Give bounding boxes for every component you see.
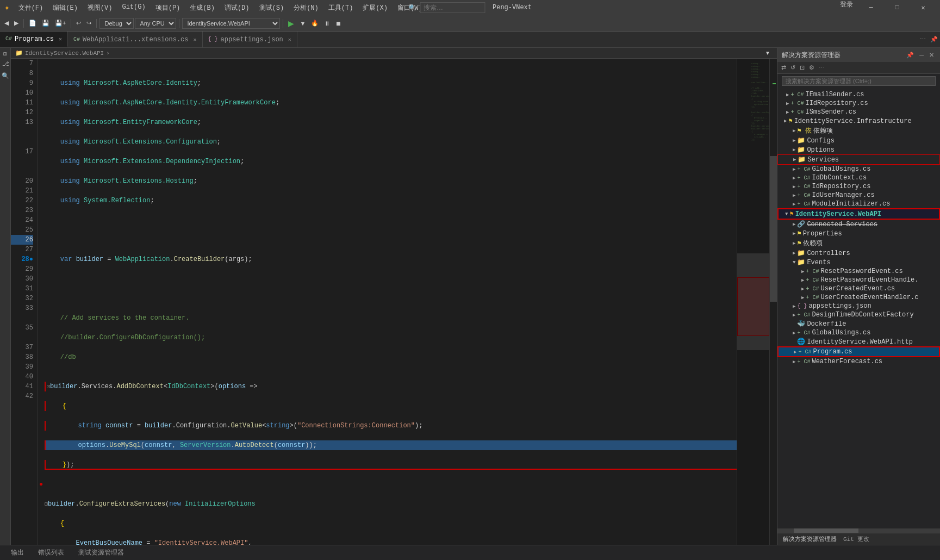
undo-button[interactable]: ↩ [74, 18, 83, 28]
tree-item-controllers[interactable]: ▶ 📁 Controllers [777, 248, 940, 258]
tab-label: Program.cs [15, 35, 54, 43]
new-file-button[interactable]: 📄 [27, 18, 39, 28]
login-button[interactable]: 登录 [836, 0, 857, 15]
stop-button[interactable]: ⏹ [333, 19, 344, 28]
tree-item-program-cs[interactable]: ▶ + C# Program.cs [777, 346, 940, 357]
run-option-button[interactable]: ▼ [297, 19, 308, 28]
tree-item-reset-pwd-handler[interactable]: ▶ + C# ResetPasswordEventHandle. [777, 276, 940, 284]
tab-appsettings[interactable]: { } appsettings.json ✕ [203, 32, 297, 47]
close-button[interactable]: ✕ [911, 0, 936, 15]
tab-bar: C# Program.cs ✕ C# WebApplicati...xtensi… [0, 32, 940, 48]
tree-item-idusermanager[interactable]: ▶ + C# IdUserManager.cs [777, 191, 940, 200]
menu-git[interactable]: Git(G) [117, 2, 150, 14]
tree-item-properties[interactable]: ▶ ⚑ Properties [777, 229, 940, 238]
code-content[interactable]: using Microsoft.AspNetCore.Identity; usi… [38, 59, 737, 545]
save-all-button[interactable]: 💾+ [53, 18, 68, 28]
editor-area: 📁 IdentityService.WebAPI › ▼ 7 8 9 10 11… [11, 48, 777, 545]
window-controls: 登录 ─ □ ✕ [836, 0, 936, 15]
tree-item-globalusings-infra[interactable]: ▶ + C# GlobalUsings.cs [777, 165, 940, 173]
explorer-icon[interactable]: ⊞ [0, 50, 11, 58]
menu-extensions[interactable]: 扩展(X) [358, 2, 392, 14]
dep-icon: ⚑ [797, 239, 801, 247]
filepath-dropdown[interactable]: ▼ [763, 49, 773, 57]
menu-file[interactable]: 文件(F) [14, 2, 48, 14]
tree-item-configs[interactable]: ▶ 📁 Configs [777, 136, 940, 145]
minimize-button[interactable]: ─ [858, 0, 883, 15]
tree-item-infrastructure[interactable]: ▶ ⚑ IdentityService.Infrastructure [777, 116, 940, 126]
search-icon: 🔍 [408, 4, 416, 12]
sol-tab-git[interactable]: Git 更改 [840, 535, 873, 543]
debug-config-dropdown[interactable]: Debug [99, 18, 134, 29]
start-button[interactable]: ▶ [286, 18, 296, 29]
tree-item-webapi-project[interactable]: ▼ ⚑ IdentityService.WebAPI [777, 208, 940, 220]
save-button[interactable]: 💾 [40, 18, 52, 28]
close-tab-webapp[interactable]: ✕ [194, 36, 197, 43]
sol-more-button[interactable]: ⋯ [817, 63, 826, 72]
menu-project[interactable]: 项目(P) [151, 2, 185, 14]
sol-tab-solution[interactable]: 解决方案资源管理器 [780, 535, 840, 543]
tab-errors[interactable]: 错误列表 [32, 547, 71, 558]
maximize-button[interactable]: □ [885, 0, 910, 15]
tree-item-iidrepository[interactable]: ▶ + C# IIdRepository.cs [777, 99, 940, 108]
sol-collapse-button[interactable]: ─ [918, 51, 925, 60]
code-editor[interactable]: 7 8 9 10 11 12 13 17 20 21 22 23 24 25 2… [11, 59, 777, 545]
pause-button[interactable]: ⏸ [322, 19, 332, 28]
tree-item-events[interactable]: ▼ 📁 Events [777, 258, 940, 267]
platform-dropdown[interactable]: Any CPU [135, 18, 176, 29]
tree-item-connected-services[interactable]: ▶ 🔗 Connected Services [777, 220, 940, 229]
menu-edit[interactable]: 编辑(E) [48, 2, 82, 14]
expand-arrow: ▶ [786, 109, 789, 115]
menu-debug[interactable]: 调试(D) [220, 2, 254, 14]
tab-webapplications[interactable]: C# WebApplicati...xtensions.cs ✕ [68, 32, 202, 47]
menu-build[interactable]: 生成(B) [185, 2, 219, 14]
tree-item-ismssender[interactable]: ▶ + C# ISmsSender.cs [777, 108, 940, 116]
tree-item-http[interactable]: 🌐 IdentityService.WebAPI.http [777, 337, 940, 346]
close-tab-program[interactable]: ✕ [59, 36, 62, 42]
hot-reload-button[interactable]: 🔥 [309, 18, 321, 28]
close-tab-appsettings[interactable]: ✕ [288, 36, 291, 43]
tree-item-user-created-event[interactable]: ▶ + C# UserCreatedEvent.cs [777, 284, 940, 293]
tab-output[interactable]: 输出 [4, 547, 30, 558]
source-control-icon[interactable]: ⎇ [0, 58, 11, 70]
tree-item-deps2[interactable]: ▶ ⚑ 依赖项 [777, 238, 940, 248]
scrollbar-thumb[interactable] [770, 156, 777, 302]
tab-test-explorer[interactable]: 测试资源管理器 [72, 547, 130, 558]
pin-button[interactable]: 📌 [928, 35, 940, 44]
tree-item-designtime[interactable]: ▶ + C# DesignTimeDbContextFactory [777, 310, 940, 319]
sol-sync-button[interactable]: ⇄ [780, 63, 788, 72]
forward-button[interactable]: ▶ [12, 18, 21, 28]
tree-item-options[interactable]: ▶ 📁 Options [777, 145, 940, 154]
startup-dropdown[interactable]: IdentityService.WebAPI [182, 18, 280, 29]
menu-analyze[interactable]: 分析(N) [289, 2, 323, 14]
solution-search-input[interactable] [782, 76, 936, 86]
tree-item-dockerfile[interactable]: 🐳 Dockerfile [777, 319, 940, 328]
tree-item-appsettings[interactable]: ▶ { } appsettings.json [777, 302, 940, 310]
sol-filter-button[interactable]: ⊡ [798, 63, 806, 72]
tree-item-deps[interactable]: ▶ ⚑ 依 依赖项 [777, 126, 940, 136]
menu-test[interactable]: 测试(S) [255, 2, 289, 14]
sol-refresh-button[interactable]: ↺ [789, 63, 797, 72]
back-button[interactable]: ◀ [2, 18, 11, 28]
menu-view[interactable]: 视图(V) [83, 2, 117, 14]
tree-item-iddbcontext[interactable]: ▶ + C# IdDbContext.cs [777, 173, 940, 182]
sol-close-button[interactable]: ✕ [927, 51, 936, 60]
expand-arrow: ▶ [793, 250, 795, 256]
tree-item-reset-pwd-event[interactable]: ▶ + C# ResetPasswordEvent.cs [777, 267, 940, 276]
tree-item-iemailsender[interactable]: ▶ + C# IEmailSender.cs [777, 90, 940, 99]
menu-tools[interactable]: 工具(T) [324, 2, 358, 14]
search-input[interactable] [420, 2, 485, 13]
expand-arrow: ▶ [784, 118, 787, 124]
tree-item-user-created-handler[interactable]: ▶ + C# UserCreatedEventHandler.c [777, 293, 940, 302]
search-icon[interactable]: 🔍 [0, 70, 11, 81]
more-tabs-button[interactable]: ⋯ [918, 35, 928, 44]
sol-settings-button[interactable]: ⚙ [807, 63, 816, 72]
tab-program-cs[interactable]: C# Program.cs ✕ [0, 32, 68, 47]
tree-item-weatherforecast[interactable]: ▶ + C# WeatherForecast.cs [777, 357, 940, 366]
tree-item-idrepository[interactable]: ▶ + C# IdRepository.cs [777, 182, 940, 191]
redo-button[interactable]: ↪ [84, 18, 94, 28]
sol-pin-button[interactable]: 📌 [905, 51, 916, 60]
tree-item-globalusings[interactable]: ▶ + C# GlobalUsings.cs [777, 328, 940, 337]
tree-item-services[interactable]: ▶ 📁 Services [777, 154, 940, 165]
tree-item-moduleinitializer[interactable]: ▶ + C# ModuleInitializer.cs [777, 200, 940, 208]
editor-scrollbar[interactable] [769, 59, 777, 545]
